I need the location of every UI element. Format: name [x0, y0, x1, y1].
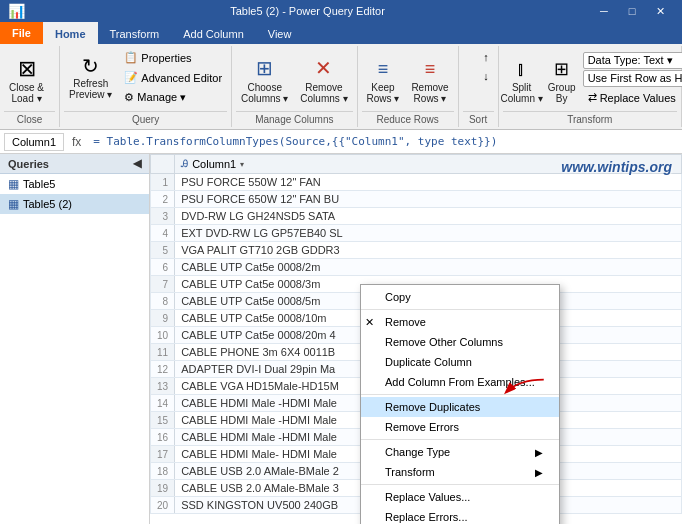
sort-asc-button[interactable]: ↑ — [478, 48, 494, 66]
formula-input[interactable]: = Table.TransformColumnTypes(Source,{{"C… — [89, 135, 678, 148]
sort-desc-icon: ↓ — [483, 70, 489, 82]
ctx-item-change-type[interactable]: Change Type▶ — [361, 442, 559, 462]
ctx-item-duplicate-column[interactable]: Duplicate Column — [361, 352, 559, 372]
maximize-button[interactable]: □ — [618, 0, 646, 22]
query-item-table5-2-label: Table5 (2) — [23, 198, 72, 210]
title-bar: 📊 Table5 (2) - Power Query Editor ─ □ ✕ — [0, 0, 682, 22]
ribbon-group-sort: ↑ ↓ Sort — [459, 46, 499, 127]
sort-desc-button[interactable]: ↓ — [478, 67, 494, 85]
fx-icon: fx — [68, 135, 85, 149]
row-num: 16 — [151, 429, 175, 446]
ribbon-tabs: File Home Transform Add Column View — [0, 22, 682, 44]
replace-values-label: Replace Values — [600, 92, 676, 104]
main-area: Queries ◀ ▦ Table5 ▦ Table5 (2) Ꭿ Column… — [0, 154, 682, 524]
keep-rows-label: KeepRows ▾ — [367, 82, 400, 104]
refresh-label: RefreshPreview ▾ — [69, 78, 112, 100]
row-num: 12 — [151, 361, 175, 378]
row-num: 15 — [151, 412, 175, 429]
context-menu: Copy✕RemoveRemove Other ColumnsDuplicate… — [360, 284, 560, 524]
group-by-button[interactable]: ⊞ GroupBy — [543, 55, 581, 107]
ctx-label-remove: Remove — [385, 316, 426, 328]
ctx-item-transform[interactable]: Transform▶ — [361, 462, 559, 482]
separator-separator4 — [361, 484, 559, 485]
row-num: 8 — [151, 293, 175, 310]
advanced-editor-label: Advanced Editor — [141, 72, 222, 84]
group-by-label: GroupBy — [548, 82, 576, 104]
ctx-item-remove-duplicates[interactable]: Remove Duplicates — [361, 397, 559, 417]
sort-asc-icon: ↑ — [483, 51, 489, 63]
properties-button[interactable]: 📋 Properties — [119, 48, 227, 67]
row-num-header — [151, 155, 175, 174]
close-button[interactable]: ✕ — [646, 0, 674, 22]
remove-columns-label: RemoveColumns ▾ — [300, 82, 347, 104]
split-column-icon: ⫿ — [517, 59, 526, 80]
manage-button[interactable]: ⚙ Manage ▾ — [119, 88, 227, 107]
data-type-dropdown[interactable]: Data Type: Text ▾ — [583, 52, 682, 69]
query-item-table5-2[interactable]: ▦ Table5 (2) — [0, 194, 149, 214]
ctx-item-add-column-examples[interactable]: Add Column From Examples... — [361, 372, 559, 392]
remove-rows-icon: ≡ — [425, 59, 436, 80]
remove-columns-icon: ✕ — [315, 56, 332, 80]
refresh-preview-button[interactable]: ↻ RefreshPreview ▾ — [64, 48, 117, 107]
ctx-label-replace-values: Replace Values... — [385, 491, 470, 503]
ctx-label-add-column-examples: Add Column From Examples... — [385, 376, 535, 388]
ribbon-group-query: ↻ RefreshPreview ▾ 📋 Properties 📝 Advanc… — [60, 46, 232, 127]
split-column-label: SplitColumn ▾ — [501, 82, 543, 104]
tab-add-column[interactable]: Add Column — [171, 22, 256, 44]
ribbon-group-reduce-rows: ≡ KeepRows ▾ ≡ RemoveRows ▾ Reduce Rows — [358, 46, 459, 127]
ctx-item-replace-errors[interactable]: Replace Errors... — [361, 507, 559, 524]
advanced-editor-button[interactable]: 📝 Advanced Editor — [119, 68, 227, 87]
keep-rows-icon: ≡ — [378, 59, 389, 80]
group-by-icon: ⊞ — [554, 58, 569, 80]
split-column-button[interactable]: ⫿ SplitColumn ▾ — [503, 56, 541, 107]
separator-separator1 — [361, 309, 559, 310]
ctx-label-transform: Transform — [385, 466, 435, 478]
ctx-item-remove[interactable]: ✕Remove — [361, 312, 559, 332]
replace-values-button[interactable]: ⇄ Replace Values — [583, 88, 682, 107]
choose-columns-label: ChooseColumns ▾ — [241, 82, 288, 104]
row-num: 5 — [151, 242, 175, 259]
tab-view[interactable]: View — [256, 22, 304, 44]
row-num: 3 — [151, 208, 175, 225]
keep-rows-button[interactable]: ≡ KeepRows ▾ — [362, 56, 405, 107]
ctx-item-remove-errors[interactable]: Remove Errors — [361, 417, 559, 437]
queries-toggle-icon[interactable]: ◀ — [133, 157, 141, 170]
row-num: 18 — [151, 463, 175, 480]
table5-icon: ▦ — [8, 177, 19, 191]
ctx-item-replace-values[interactable]: Replace Values... — [361, 487, 559, 507]
remove-columns-button[interactable]: ✕ RemoveColumns ▾ — [295, 53, 352, 107]
query-group-label: Query — [64, 111, 227, 125]
text-type-icon: Ꭿ — [181, 158, 188, 170]
ctx-icon-remove: ✕ — [365, 316, 374, 329]
column-dropdown-icon[interactable]: ▾ — [240, 160, 244, 169]
close-group-label: Close — [4, 111, 55, 125]
data-type-label: Data Type: Text ▾ — [588, 54, 682, 67]
tab-home[interactable]: Home — [43, 22, 98, 44]
ctx-label-replace-errors: Replace Errors... — [385, 511, 468, 523]
close-load-button[interactable]: ⊠ Close &Load ▾ — [4, 55, 49, 107]
sort-group-label: Sort — [463, 111, 494, 125]
ctx-item-copy[interactable]: Copy — [361, 287, 559, 307]
tab-file[interactable]: File — [0, 22, 43, 44]
ctx-label-change-type: Change Type — [385, 446, 450, 458]
table-row: 5 VGA PALIT GT710 2GB GDDR3 — [151, 242, 682, 259]
ctx-label-remove-duplicates: Remove Duplicates — [385, 401, 480, 413]
close-load-icon: ⊠ — [18, 58, 36, 80]
ribbon-group-close: ⊠ Close &Load ▾ Close — [0, 46, 60, 127]
formula-bar: Column1 fx = Table.TransformColumnTypes(… — [0, 130, 682, 154]
minimize-button[interactable]: ─ — [590, 0, 618, 22]
ctx-item-remove-other-columns[interactable]: Remove Other Columns — [361, 332, 559, 352]
query-item-table5[interactable]: ▦ Table5 — [0, 174, 149, 194]
submenu-arrow-change-type: ▶ — [535, 447, 543, 458]
first-row-headers-label: Use First Row as Headers ▾ — [588, 72, 682, 85]
choose-columns-button[interactable]: ⊞ ChooseColumns ▾ — [236, 53, 293, 107]
ctx-label-remove-other-columns: Remove Other Columns — [385, 336, 503, 348]
remove-rows-label: RemoveRows ▾ — [411, 82, 448, 104]
queries-panel: Queries ◀ ▦ Table5 ▦ Table5 (2) — [0, 154, 150, 524]
first-row-headers-dropdown[interactable]: Use First Row as Headers ▾ — [583, 70, 682, 87]
tab-transform[interactable]: Transform — [98, 22, 172, 44]
refresh-icon: ↻ — [82, 56, 99, 76]
close-load-label: Close &Load ▾ — [9, 82, 44, 104]
row-num: 19 — [151, 480, 175, 497]
remove-rows-button[interactable]: ≡ RemoveRows ▾ — [406, 56, 453, 107]
